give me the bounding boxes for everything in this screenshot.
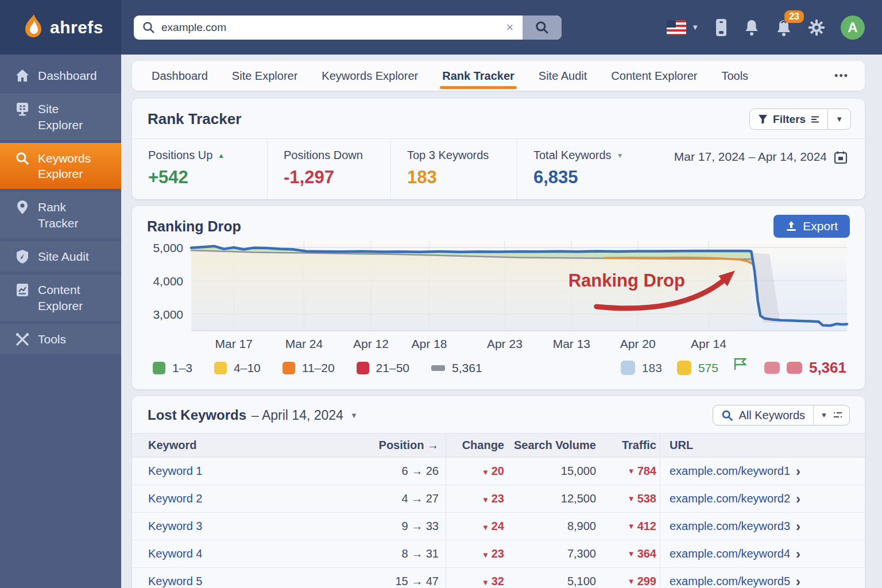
all-keywords-filter[interactable]: All Keywords ▼: [713, 405, 850, 425]
triangle-down-icon: ▼: [482, 551, 489, 559]
table-row[interactable]: Keyword 4 8 → 31 ▼23 7,300 ▼364 example.…: [132, 540, 865, 567]
sidebar-item-content-explorer[interactable]: Content Explorer: [0, 274, 121, 321]
stat-value: 183: [407, 167, 517, 188]
svg-text:Ranking Drop: Ranking Drop: [568, 270, 685, 291]
sidebar-item-dashboard[interactable]: Dashboard: [0, 60, 121, 91]
position-cell: 9 → 33: [370, 513, 446, 540]
language-selector[interactable]: ▼: [667, 20, 699, 35]
tab-keywords-explorer[interactable]: Keywords Explorer: [318, 61, 421, 91]
sidebar: Dashboard Site Explorer Keywords Explore…: [0, 55, 121, 588]
chevron-right-icon: ›: [796, 546, 800, 562]
col-keyword: Keyword: [132, 439, 370, 452]
keyword-link[interactable]: Keyword 2: [132, 492, 370, 505]
legend-item-total: 5,361: [431, 361, 482, 375]
search-button[interactable]: [523, 16, 562, 40]
table-row[interactable]: Keyword 1 6 → 26 ▼20 15,000 ▼784 example…: [132, 457, 865, 485]
chevron-down-icon[interactable]: ▼: [821, 411, 827, 419]
traffic-cell: ▼412: [604, 513, 660, 540]
flame-icon: [23, 14, 44, 41]
mobile-app-icon[interactable]: [714, 18, 728, 37]
keyword-link[interactable]: Keyword 1: [132, 465, 370, 478]
triangle-down-icon[interactable]: ▼: [617, 152, 624, 160]
sidebar-item-label: Tools: [38, 331, 66, 347]
legend-item-21-50: 21–50: [357, 361, 409, 375]
url-link[interactable]: example.com/keyword4›: [660, 546, 865, 562]
calendar-icon: [834, 150, 848, 167]
tab-content-explorer[interactable]: Content Explorer: [608, 61, 701, 91]
triangle-down-icon: ▼: [628, 494, 635, 503]
search-icon: [134, 16, 156, 40]
table-header-row: Keyword Position → Change Search Volume …: [132, 433, 865, 457]
table-title: Lost Keywords: [148, 407, 246, 423]
tools-icon: [15, 332, 30, 347]
clear-search-icon[interactable]: ×: [497, 16, 523, 40]
legend-item-183: 183: [621, 361, 662, 375]
sidebar-item-rank-tracker[interactable]: Rank Tracker: [0, 192, 121, 238]
tab-site-audit[interactable]: Site Audit: [535, 61, 591, 91]
gear-icon[interactable]: [808, 19, 825, 36]
table-subtitle: – April 14, 2024: [252, 408, 343, 423]
document-chart-icon: [15, 283, 30, 297]
chevron-right-icon: ›: [796, 574, 800, 588]
table-row[interactable]: Keyword 5 15 → 47 ▼32 5,100 ▼299 example…: [132, 567, 865, 588]
table-row[interactable]: Keyword 2 4 → 27 ▼23 12,500 ▼538 example…: [132, 485, 865, 512]
search-icon: [15, 151, 30, 166]
triangle-down-icon: ▼: [482, 468, 489, 477]
alerts-bell-icon[interactable]: 23: [775, 18, 792, 37]
date-range-label: Mar 17, 2024 – Apr 14, 2024: [674, 150, 827, 164]
traffic-cell: ▼538: [604, 485, 660, 512]
avatar[interactable]: A: [841, 16, 865, 40]
filters-button[interactable]: Filters ▼: [749, 109, 851, 130]
triangle-down-icon: ▼: [628, 550, 635, 558]
url-link[interactable]: example.com/keyword2›: [660, 491, 865, 507]
col-position: Position →: [370, 434, 446, 457]
filters-label: Filters: [773, 113, 806, 126]
url-link[interactable]: example.com/keyword3›: [660, 519, 865, 535]
keyword-link[interactable]: Keyword 5: [132, 575, 370, 588]
shield-gauge-icon: [15, 249, 30, 264]
chevron-down-icon[interactable]: ▼: [827, 109, 850, 129]
triangle-down-icon: ▼: [482, 496, 489, 504]
table-row[interactable]: Keyword 3 9 → 33 ▼24 8,900 ▼412 example.…: [132, 512, 865, 540]
tab-rank-tracker[interactable]: Rank Tracker: [439, 61, 518, 91]
svg-text:5,000: 5,000: [153, 241, 183, 254]
more-tabs-button[interactable]: •••: [834, 61, 849, 91]
date-range-picker[interactable]: Mar 17, 2024 – Apr 14, 2024: [674, 139, 865, 199]
stat-positions-down: Positions Down -1,297: [267, 139, 390, 199]
col-url: URL: [660, 439, 865, 452]
bell-icon[interactable]: [744, 19, 760, 36]
tab-site-explorer[interactable]: Site Explorer: [229, 61, 301, 91]
sidebar-item-keywords-explorer[interactable]: Keywords Explorer: [0, 143, 121, 189]
arrow-right-icon: →: [411, 465, 423, 478]
tab-tools[interactable]: Tools: [718, 61, 752, 91]
change-cell: ▼23: [446, 547, 512, 560]
keyword-link[interactable]: Keyword 4: [132, 547, 370, 560]
tab-dashboard[interactable]: Dashboard: [148, 61, 211, 91]
stat-value: -1,297: [284, 167, 390, 188]
search-input[interactable]: [156, 16, 497, 40]
map-pin-icon: [15, 200, 30, 215]
col-search-volume: Search Volume: [512, 439, 604, 452]
sidebar-item-label: Rank Tracker: [38, 199, 107, 231]
volume-cell: 8,900: [512, 520, 604, 533]
stat-value: +542: [148, 167, 267, 188]
export-button[interactable]: Export: [773, 215, 850, 238]
url-link[interactable]: example.com/keyword5›: [660, 574, 865, 588]
url-link[interactable]: example.com/keyword1›: [660, 463, 865, 479]
volume-cell: 5,100: [512, 575, 604, 588]
sidebar-item-tools[interactable]: Tools: [0, 324, 121, 354]
ranking-drop-panel: Ranking Drop Export: [132, 206, 865, 389]
volume-cell: 15,000: [512, 465, 604, 478]
sidebar-item-site-audit[interactable]: Site Audit: [0, 241, 121, 272]
chevron-down-icon[interactable]: ▼: [350, 411, 358, 420]
legend-swatch: [283, 362, 295, 374]
monitor-icon: [15, 102, 30, 117]
keyword-link[interactable]: Keyword 3: [132, 520, 370, 533]
sidebar-item-site-explorer[interactable]: Site Explorer: [0, 94, 121, 140]
primary-nav: Dashboard Site Explorer Keywords Explore…: [121, 55, 882, 98]
position-cell: 8 → 31: [370, 540, 446, 567]
funnel-icon: [758, 114, 768, 124]
brand-logo[interactable]: ahrefs: [0, 0, 121, 55]
arrow-right-icon: →: [411, 575, 423, 588]
stat-top3-keywords: Top 3 Keywords 183: [390, 139, 517, 199]
